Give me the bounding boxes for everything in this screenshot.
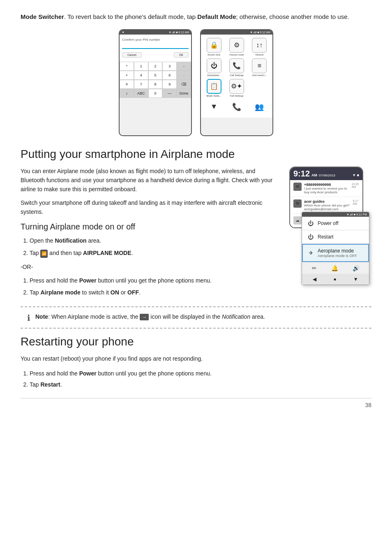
- notif-icon-1: ✉: [293, 183, 302, 191]
- top-bar-icons: ▼ ■: [352, 173, 359, 177]
- grid-item-mode-switcher[interactable]: 📋 Mode Swite...: [204, 79, 224, 97]
- top-bar: 9:12 AM 07/08/2013 ▼ ■: [290, 167, 362, 180]
- factory-reset-icon: ⚙: [229, 38, 244, 53]
- keypad-row-2: + 4 5 6 .: [120, 71, 191, 80]
- edit-icon[interactable]: ✏: [312, 265, 317, 271]
- key-star[interactable]: *: [120, 62, 134, 71]
- popup-nav: ◀ ● ▼: [302, 274, 369, 285]
- key-music[interactable]: ♪: [120, 89, 134, 98]
- key-hash[interactable]: #: [120, 80, 134, 89]
- power-off-label: Power off: [318, 220, 338, 226]
- grid-item-screen-lock[interactable]: 🔒 Screen lock: [204, 38, 224, 56]
- phone-pin-mock: ▼ ▼.all ■ 9:12 AM Comfirm your PIN numbe…: [119, 29, 192, 136]
- key-1[interactable]: 1: [134, 62, 148, 71]
- notif-text-2: acer guides Which Acer phone did you get…: [304, 199, 353, 211]
- bottom-icon-3[interactable]: 👥: [249, 100, 270, 114]
- key-3[interactable]: 3: [162, 62, 177, 71]
- popup-restart[interactable]: ⏻ Restart: [302, 230, 369, 244]
- cancel-button[interactable]: Cancel: [122, 52, 142, 58]
- mode-switcher-icon: 📋: [207, 79, 221, 94]
- ok-button[interactable]: OK: [174, 52, 189, 58]
- notif-msg-2: Which Acer phone did you get? acerguides…: [304, 204, 353, 211]
- screen-lock-label: Screen lock: [208, 53, 220, 56]
- key-0[interactable]: 0: [148, 89, 163, 98]
- key-4[interactable]: 4: [134, 71, 148, 80]
- airplane-icon: ✈: [309, 250, 314, 256]
- sound-icon[interactable]: 🔊: [353, 265, 360, 271]
- or-text: -OR-: [21, 262, 281, 271]
- back-nav-icon[interactable]: ◀: [313, 276, 316, 282]
- grid-item-grid-view[interactable]: ≡ Grid view/Li...: [249, 58, 270, 76]
- turn-on-off-heading: Turning Airplane mode on or off: [21, 222, 281, 232]
- restart-step-2: Tap Restart.: [30, 379, 371, 390]
- key-underscore[interactable]: —: [162, 89, 177, 98]
- pin-label: Comfirm your PIN number: [122, 38, 189, 42]
- grid-item-factory-reset[interactable]: ⚙ Factory reset: [226, 38, 247, 56]
- intro-paragraph: Mode Switcher. To revert back to the pho…: [21, 12, 371, 22]
- info-icon: ℹ: [27, 313, 30, 323]
- step-1-item: Open the Notification area.: [30, 236, 281, 246]
- full-settings-icon: ⚙✦: [229, 79, 244, 94]
- airplane-mode-text: Aeroplane mode Aeroplane mode is OFF: [318, 248, 357, 258]
- key-5[interactable]: 5: [148, 71, 163, 80]
- airplane-mode-sublabel: Aeroplane mode is OFF: [318, 254, 357, 258]
- key-7[interactable]: 7: [134, 80, 148, 89]
- factory-reset-label: Factory reset: [229, 53, 244, 56]
- page-number: 38: [21, 398, 371, 408]
- mode-switcher-label: Mode Swite...: [206, 95, 221, 97]
- notif-item-1: ✉ +886999999999 I just wanted to remind …: [290, 180, 362, 197]
- step-3-item: Press and hold the Power button until yo…: [30, 276, 281, 286]
- clock-ampm: AM: [311, 173, 317, 177]
- airplane-phone-wrapper: 9:12 AM 07/08/2013 ▼ ■ ✉ +886999999999 I…: [289, 167, 371, 300]
- key-backspace[interactable]: ⌫: [177, 80, 191, 89]
- key-9[interactable]: 9: [162, 80, 177, 89]
- airplane-mode-content: You can enter Airplane mode (also known …: [21, 167, 371, 300]
- key-2[interactable]: 2: [148, 62, 163, 71]
- home-nav-icon[interactable]: ●: [333, 276, 336, 282]
- grid-item-scheduled[interactable]: ⏻ Scheduled...: [204, 58, 224, 76]
- grid-view-icon: ≡: [252, 58, 267, 73]
- key-dash[interactable]: -: [177, 62, 191, 71]
- arrow-airplane-icon: →: [140, 314, 149, 320]
- notif-icon-3: ☁: [293, 216, 302, 225]
- notif-time-1: 10:20 AM: [352, 183, 359, 188]
- key-done[interactable]: Done: [177, 89, 191, 98]
- text-column: You can enter Airplane mode (also known …: [21, 167, 281, 300]
- bottom-icon-1[interactable]: ▼: [204, 100, 224, 114]
- grid-item-call-settings[interactable]: 📞 Call Settings: [226, 58, 247, 76]
- grid-item-full-settings[interactable]: ⚙✦ Full Settings: [226, 79, 247, 97]
- key-6[interactable]: 6: [162, 71, 177, 80]
- restart-steps: Press and hold the Power button until yo…: [21, 368, 371, 390]
- key-plus[interactable]: +: [120, 71, 134, 80]
- grid-item-empty: [249, 79, 270, 97]
- screen-lock-icon: 🔒: [207, 38, 221, 53]
- notif-item-2: ✉ acer guides Which Acer phone did you g…: [290, 197, 362, 214]
- key-8[interactable]: 8: [148, 80, 163, 89]
- restart-heading: Restarting your phone: [21, 335, 371, 348]
- grid-row-1: 🔒 Screen lock ⚙ Factory reset ↕↑ Volume: [203, 38, 271, 56]
- power-options-popup: ▼.all ■ 9:12 PM ⏻ Power off ⏻ Restart ✈ …: [302, 212, 369, 285]
- notif-sender-1: +886999999999: [304, 183, 352, 187]
- steps-list-2: Press and hold the Power button until yo…: [21, 276, 281, 298]
- status-bar-left: ▼ ▼.all ■ 9:12 AM: [120, 30, 191, 35]
- grid-item-volume[interactable]: ↕↑ Volume: [249, 38, 270, 56]
- popup-airplane-mode[interactable]: ✈ Aeroplane mode Aeroplane mode is OFF: [302, 244, 369, 262]
- mode-switcher-bold: Mode Switcher: [21, 13, 64, 20]
- bottom-icon-2[interactable]: 📞: [226, 100, 247, 114]
- power-off-icon: ⏻: [308, 220, 314, 227]
- call-settings-label: Call Settings: [230, 74, 244, 76]
- pin-buttons: Cancel OK: [122, 52, 189, 58]
- restart-icon: ⏻: [308, 234, 314, 240]
- scheduled-label: Scheduled...: [207, 74, 221, 76]
- menu-nav-icon[interactable]: ▼: [353, 276, 358, 282]
- alarm-icon[interactable]: 🔔: [331, 265, 338, 271]
- key-dot[interactable]: .: [177, 71, 191, 80]
- airplane-para-2: Switch your smartphone off during takeof…: [21, 198, 281, 217]
- popup-power-off[interactable]: ⏻ Power off: [302, 217, 369, 230]
- restart-step-1: Press and hold the Power button until yo…: [30, 368, 371, 379]
- key-abc[interactable]: ABC: [134, 89, 148, 98]
- keypad-row-4: ♪ ABC 0 — Done: [120, 89, 191, 98]
- restart-para: You can restart (reboot) your phone if y…: [21, 354, 371, 363]
- airplane-mode-label: Aeroplane mode: [318, 248, 357, 254]
- notif-icon-2: ✉: [293, 199, 302, 208]
